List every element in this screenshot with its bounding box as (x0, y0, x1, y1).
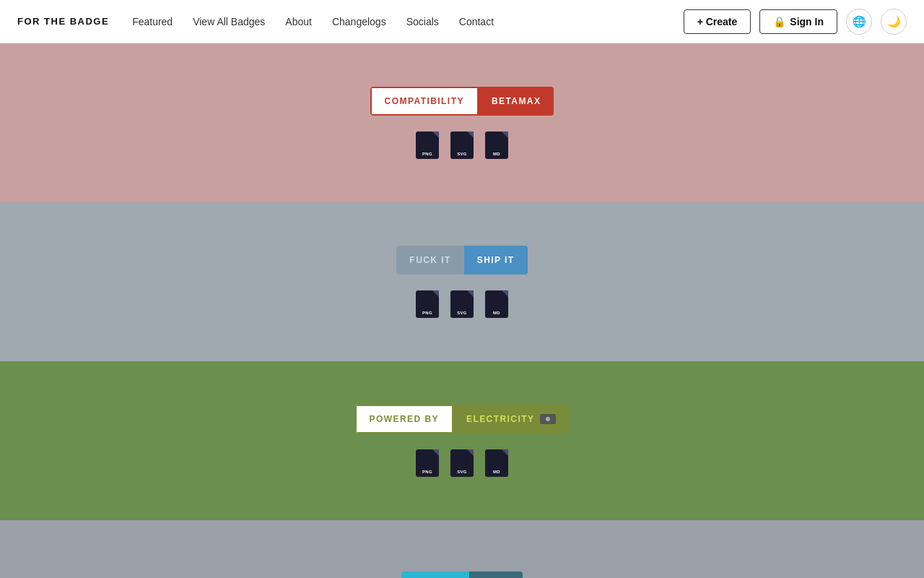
badge-right-free: FREE (469, 571, 523, 578)
battery-icon (540, 414, 556, 424)
badge-left-compatibility: COMPATIBILITY (370, 87, 479, 116)
section-ship-it: FUCK IT SHIP IT PNG SVG MD (0, 202, 924, 361)
badge-left-fuck-it: FUCK IT (396, 246, 463, 275)
badge-ship-it: FUCK IT SHIP IT (396, 246, 527, 275)
badge-right-betamax: BETAMAX (479, 87, 554, 116)
nav-actions: + Create 🔒 Sign In 🌐 🌙 (684, 9, 907, 35)
file-icons-1: PNG SVG MD (416, 131, 508, 159)
nav-about[interactable]: About (285, 16, 312, 27)
navbar: FOR THE BADGE Featured View All Badges A… (0, 0, 924, 43)
md-download-1[interactable]: MD (485, 131, 508, 159)
file-icons-2: PNG SVG MD (416, 290, 508, 318)
svg-download-3[interactable]: SVG (450, 449, 474, 477)
page-content: COMPATIBILITY BETAMAX PNG SVG MD FUCK IT… (0, 43, 924, 578)
png-download-2[interactable]: PNG (416, 290, 439, 318)
dark-mode-button[interactable]: 🌙 (881, 9, 907, 35)
nav-changelogs[interactable]: Changelogs (332, 16, 386, 27)
badge-compatibility-betamax: COMPATIBILITY BETAMAX (370, 87, 554, 116)
moon-icon: 🌙 (887, 15, 901, 28)
badge-gluten-free: GLUTEN FREE (401, 571, 523, 578)
png-download-3[interactable]: PNG (416, 449, 439, 477)
section-compatibility: COMPATIBILITY BETAMAX PNG SVG MD (0, 43, 924, 202)
md-download-2[interactable]: MD (485, 290, 508, 318)
badge-right-ship-it: SHIP IT (464, 246, 528, 275)
globe-icon: 🌐 (853, 15, 866, 28)
badge-electricity: POWERED BY ELECTRICITY (355, 405, 570, 434)
file-icons-3: PNG SVG MD (416, 449, 508, 477)
nav-view-all-badges[interactable]: View All Badges (193, 16, 265, 27)
globe-button[interactable]: 🌐 (846, 9, 872, 35)
nav-links: Featured View All Badges About Changelog… (132, 16, 684, 27)
badge-left-gluten: GLUTEN (401, 571, 469, 578)
svg-download-1[interactable]: SVG (450, 131, 474, 159)
section-electricity: POWERED BY ELECTRICITY PNG SVG MD (0, 361, 924, 520)
nav-contact[interactable]: Contact (459, 16, 494, 27)
badge-left-powered-by: POWERED BY (355, 405, 453, 434)
section-gluten-free: GLUTEN FREE (0, 520, 924, 578)
signin-button[interactable]: 🔒 Sign In (759, 9, 837, 34)
svg-download-2[interactable]: SVG (450, 290, 474, 318)
electricity-icon (540, 414, 556, 424)
png-download-1[interactable]: PNG (416, 131, 439, 159)
create-button[interactable]: + Create (684, 9, 751, 34)
badge-right-electricity: ELECTRICITY (453, 405, 570, 434)
nav-featured[interactable]: Featured (132, 16, 173, 27)
lock-icon: 🔒 (773, 16, 785, 27)
nav-socials[interactable]: Socials (406, 16, 439, 27)
site-logo: FOR THE BADGE (17, 16, 109, 27)
md-download-3[interactable]: MD (485, 449, 508, 477)
